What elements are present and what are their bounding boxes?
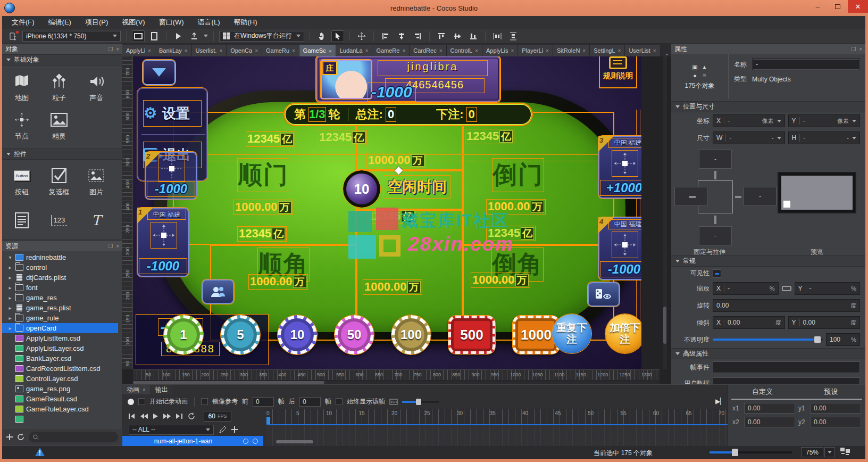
visibility-checkbox[interactable] bbox=[713, 269, 721, 278]
align-right-button[interactable] bbox=[411, 30, 424, 42]
opacity-value-field[interactable]: 100% bbox=[826, 333, 860, 346]
editor-tab[interactable]: GameRu × bbox=[262, 45, 299, 56]
anchor-widget[interactable] bbox=[612, 232, 638, 258]
track-lock-icon[interactable] bbox=[253, 439, 258, 444]
resource-tree-item[interactable]: BankLayer.csd bbox=[2, 353, 118, 364]
resource-tree-item[interactable]: CardRecordListItem.csd bbox=[2, 364, 118, 374]
add-resource-icon[interactable] bbox=[6, 434, 13, 440]
bet-chip[interactable]: 1 bbox=[164, 315, 203, 354]
chevron-down-icon[interactable] bbox=[777, 120, 781, 122]
before-frames-field[interactable]: 0 bbox=[253, 397, 274, 407]
editor-tab[interactable]: LudanLa × bbox=[336, 45, 373, 56]
editor-tab[interactable]: GameRe × bbox=[372, 45, 410, 56]
search-input[interactable] bbox=[29, 432, 118, 442]
refresh-icon[interactable] bbox=[17, 433, 24, 441]
name-field[interactable]: - bbox=[752, 59, 860, 70]
tab-close-icon[interactable]: × bbox=[582, 48, 586, 54]
tab-close-icon[interactable]: × bbox=[475, 48, 478, 54]
resource-tree-item[interactable]: ▸ font bbox=[2, 283, 118, 293]
anchor-right-field[interactable]: - bbox=[744, 187, 777, 206]
skew-y-field[interactable]: Y0.00度 bbox=[788, 316, 861, 329]
minimize-button[interactable]: – bbox=[807, 0, 828, 13]
bet-chip[interactable]: 5 bbox=[221, 315, 260, 354]
palette-item-map[interactable]: 地图 bbox=[3, 69, 40, 107]
tab-close-icon[interactable]: × bbox=[292, 48, 295, 54]
tab-close-icon[interactable]: × bbox=[653, 48, 656, 54]
bet-amount[interactable]: 1000.00万 bbox=[363, 280, 422, 294]
scale-link-icon[interactable] bbox=[782, 286, 791, 291]
size-h-field[interactable]: H-- bbox=[788, 131, 861, 144]
editor-tab[interactable]: OpenCa × bbox=[227, 45, 262, 56]
timeline-zoom-slider[interactable] bbox=[402, 401, 439, 403]
bet-amount[interactable]: 12345亿 bbox=[465, 129, 514, 144]
rules-button[interactable]: 规则说明 bbox=[600, 56, 636, 87]
tab-close-icon[interactable]: × bbox=[365, 48, 369, 54]
expand-arrow-icon[interactable]: ▸ bbox=[7, 265, 13, 270]
anchor-bottom-field[interactable]: - bbox=[699, 226, 732, 245]
banker-avatar[interactable]: 庄 bbox=[321, 60, 372, 99]
tab-animation[interactable]: 动画× bbox=[122, 385, 150, 394]
editor-tab[interactable]: BankLay × bbox=[155, 45, 192, 56]
transform-tool-button[interactable] bbox=[355, 30, 368, 42]
bet-amount[interactable]: 12345亿 bbox=[318, 130, 366, 145]
x1-field[interactable]: 0.00 bbox=[744, 403, 795, 414]
resource-tree-item[interactable]: ▸ game_res bbox=[2, 293, 118, 303]
chevron-down-icon[interactable] bbox=[852, 120, 856, 122]
tab-preset[interactable]: 预设 bbox=[797, 387, 865, 397]
expand-arrow-icon[interactable]: ▸ bbox=[7, 285, 13, 291]
publish-options-icon[interactable] bbox=[204, 35, 208, 37]
warning-icon[interactable] bbox=[35, 448, 45, 456]
coord-x-field[interactable]: X-像素 bbox=[713, 114, 785, 127]
tab-close-icon[interactable]: × bbox=[255, 48, 258, 54]
scale-x-field[interactable]: X-% bbox=[713, 282, 779, 295]
bet-amount[interactable]: 1000.00万 bbox=[249, 275, 307, 289]
canvas-zoom-slider[interactable] bbox=[710, 451, 792, 453]
section-basic-objects[interactable]: 基础对象 bbox=[2, 54, 122, 65]
menu-dropdown-button[interactable] bbox=[143, 60, 176, 85]
section-position-size[interactable]: 位置与尺寸 bbox=[671, 101, 865, 112]
game-scene-canvas[interactable]: 顺门 12345亿 1000.00万 顺角 12345亿 1000.00万 12… bbox=[133, 56, 641, 369]
anchor-top-field[interactable]: - bbox=[699, 150, 732, 169]
rotate-field[interactable]: 0.00度 bbox=[713, 299, 860, 312]
y2-field[interactable]: 0.00 bbox=[810, 417, 861, 427]
timeline-ruler[interactable]: 0510152025303540455055606570 bbox=[266, 409, 728, 425]
align-bottom-button[interactable] bbox=[467, 30, 480, 42]
resource-tree-item[interactable]: game_res.png bbox=[2, 384, 118, 394]
palette-item-sprite[interactable]: 精灵 bbox=[40, 107, 78, 145]
add-animation-icon[interactable] bbox=[231, 426, 238, 433]
palette-item-sound[interactable]: 声音 bbox=[78, 69, 115, 107]
track-scrollbar-thumb[interactable] bbox=[276, 440, 313, 443]
countdown-ball[interactable]: 10 bbox=[343, 170, 380, 208]
x2-field[interactable]: 0.00 bbox=[744, 417, 795, 427]
settings-button[interactable]: ⚙设置 bbox=[144, 101, 201, 126]
portrait-view-button[interactable] bbox=[148, 30, 161, 42]
editor-tab[interactable]: SettingL × bbox=[590, 45, 625, 56]
bet-chip[interactable]: 50 bbox=[335, 315, 374, 354]
palette-item-checkbox[interactable]: 复选框 bbox=[40, 163, 78, 201]
editor-tab[interactable]: UserList × bbox=[625, 45, 660, 56]
menu-item[interactable]: 视图(V) bbox=[122, 18, 145, 27]
editor-tab[interactable]: PlayerLi × bbox=[518, 45, 553, 56]
distribute-v-button[interactable] bbox=[507, 30, 520, 42]
track-visible-icon[interactable] bbox=[243, 439, 248, 444]
zoom-options-button[interactable] bbox=[824, 447, 835, 457]
align-top-button[interactable] bbox=[435, 30, 448, 42]
banker-name[interactable]: jinglibra bbox=[378, 61, 487, 76]
editor-tab[interactable]: ControlL × bbox=[447, 45, 482, 56]
play-button[interactable] bbox=[172, 30, 185, 42]
resource-tree-item[interactable] bbox=[2, 414, 118, 424]
bet-chip[interactable]: 500 bbox=[448, 316, 495, 354]
size-w-field[interactable]: W-- bbox=[713, 131, 785, 144]
distribute-h-button[interactable] bbox=[491, 30, 504, 42]
panel-close-icon[interactable]: × bbox=[116, 243, 119, 249]
scale-y-field[interactable]: Y-% bbox=[795, 282, 861, 295]
record-icon[interactable] bbox=[128, 399, 134, 405]
maximize-button[interactable] bbox=[828, 0, 848, 13]
palette-item-particle[interactable]: 粒子 bbox=[40, 69, 78, 107]
playhead[interactable] bbox=[266, 417, 270, 424]
go-last-frame-button[interactable] bbox=[176, 414, 182, 419]
play-animation-button[interactable] bbox=[153, 414, 158, 419]
after-frames-field[interactable]: 0 bbox=[299, 397, 321, 407]
player-card-1[interactable]: 1 中国 福建 -1000 bbox=[137, 208, 189, 277]
zoom-level-field[interactable]: 75% bbox=[801, 447, 823, 457]
